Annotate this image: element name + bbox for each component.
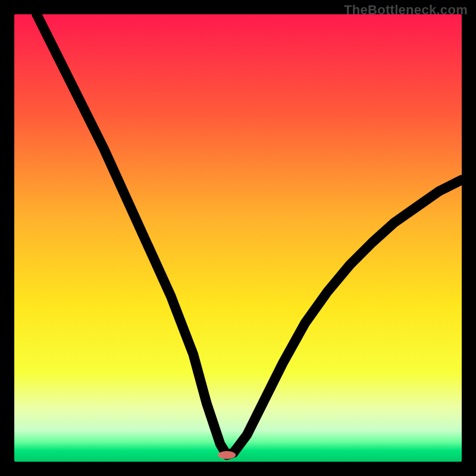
watermark-text: TheBottleneck.com	[344, 2, 468, 18]
chart-svg	[14, 14, 462, 462]
chart-frame: TheBottleneck.com	[0, 0, 476, 476]
sweet-spot-marker	[218, 451, 236, 459]
chart-background	[14, 14, 462, 462]
bottleneck-chart	[14, 14, 462, 462]
